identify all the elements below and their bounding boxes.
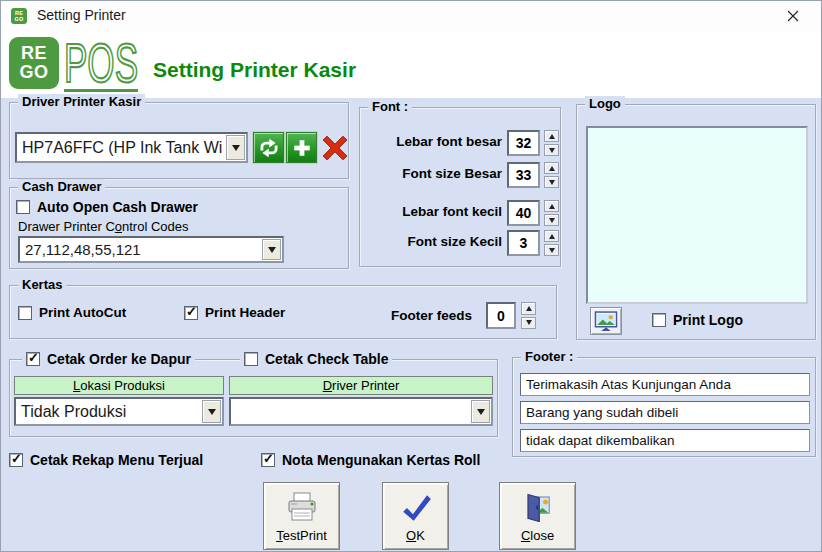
arrow-up-icon [526, 306, 532, 311]
arrow-down-icon [549, 180, 555, 185]
exit-door-icon [522, 492, 554, 522]
kertas-caption: Kertas [18, 277, 66, 292]
close-button-label: Close [521, 528, 554, 543]
footer-group: Footer : [512, 357, 816, 457]
checkbox-box [9, 453, 23, 467]
spin-up-button[interactable] [544, 130, 559, 142]
auto-open-cash-drawer-checkbox[interactable]: Auto Open Cash Drawer [16, 199, 198, 215]
footer-line-1-input[interactable] [520, 373, 810, 396]
arrow-down-icon [549, 148, 555, 153]
dropdown-arrow-button[interactable] [262, 239, 281, 260]
arrow-up-icon [549, 234, 555, 239]
checkbox-box [244, 352, 258, 366]
checkbox-box [652, 313, 666, 327]
title-bar: RE GO Setting Printer [1, 1, 821, 31]
drawer-control-codes-value: 27,112,48,55,121 [20, 238, 261, 261]
header-band: RE GO POS Setting Printer Kasir [1, 31, 821, 98]
lokasi-produksi-value: Tidak Produksi [16, 399, 201, 424]
font-group: Font : Lebar font besar 32 Font size Bes… [359, 107, 561, 267]
close-window-button[interactable] [771, 1, 815, 31]
font-caption: Font : [368, 99, 412, 114]
spin-up-button[interactable] [544, 200, 559, 212]
ok-button[interactable]: OK [382, 482, 449, 550]
lebar-font-besar-value[interactable]: 32 [507, 130, 540, 156]
testprint-button[interactable]: TestPrint [263, 482, 340, 550]
checkbox-box [184, 306, 198, 320]
footer-line-3-input[interactable] [520, 429, 810, 452]
lokasi-produksi-header: Lokasi Produksi [14, 376, 224, 395]
chevron-down-icon [477, 409, 485, 415]
dropdown-arrow-button[interactable] [471, 400, 490, 423]
footer-feeds-spinner[interactable] [521, 302, 536, 329]
font-size-kecil-spinner[interactable] [544, 230, 559, 256]
checkmark-icon [398, 492, 434, 524]
drawer-control-codes-combo[interactable]: 27,112,48,55,121 [18, 236, 284, 263]
print-logo-checkbox[interactable]: Print Logo [652, 312, 743, 328]
cetak-rekap-checkbox[interactable]: Cetak Rekap Menu Terjual [9, 452, 203, 468]
pos-logo-text: POS [61, 35, 141, 95]
drawer-control-codes-label: Drawer Printer Control Codes [18, 219, 189, 234]
app-icon: RE GO [11, 8, 27, 24]
cetak-check-table-checkbox[interactable]: Cetak Check Table [240, 351, 392, 367]
chevron-down-icon [208, 409, 216, 415]
driver-printer-header: Driver Printer [229, 376, 493, 395]
arrow-up-icon [549, 134, 555, 139]
font-size-kecil-label: Font size Kecil [362, 234, 502, 249]
svg-text:POS: POS [64, 35, 138, 94]
ok-button-label: OK [406, 528, 425, 543]
spin-down-button[interactable] [544, 244, 559, 256]
spin-down-button[interactable] [521, 317, 536, 330]
page-title: Setting Printer Kasir [153, 58, 356, 82]
footer-line-2-input[interactable] [520, 401, 810, 424]
lokasi-produksi-combo[interactable]: Tidak Produksi [14, 397, 224, 426]
delete-x-icon [319, 132, 351, 164]
lokasi-produksi-header-label: Lokasi Produksi [73, 378, 165, 393]
printer-driver-value: HP7A6FFC (HP Ink Tank Wi [17, 134, 225, 161]
arrow-down-icon [549, 218, 555, 223]
font-size-besar-spinner[interactable] [544, 162, 559, 188]
checkbox-box [26, 352, 40, 366]
lebar-font-besar-spinner[interactable] [544, 130, 559, 156]
spin-down-button[interactable] [544, 214, 559, 226]
print-autocut-checkbox[interactable]: Print AutoCut [18, 305, 126, 320]
font-size-besar-label: Font size Besar [362, 166, 502, 181]
nota-kertas-roll-checkbox[interactable]: Nota Mengunakan Kertas Roll [261, 452, 480, 468]
cetak-order-ke-dapur-checkbox[interactable]: Cetak Order ke Dapur [22, 351, 195, 367]
close-button[interactable]: Close [499, 482, 576, 550]
checkbox-box [18, 306, 32, 320]
driver-printer-group: Driver Printer Kasir HP7A6FFC (HP Ink Ta… [9, 102, 349, 179]
browse-logo-button[interactable] [590, 307, 622, 335]
footer-feeds-label: Footer feeds [290, 308, 472, 323]
spin-down-button[interactable] [544, 144, 559, 156]
arrow-down-icon [526, 320, 532, 325]
print-header-checkbox[interactable]: Print Header [184, 305, 285, 320]
printer-driver-combo[interactable]: HP7A6FFC (HP Ink Tank Wi [15, 132, 248, 163]
logo-re-text: RE [21, 44, 47, 63]
check-table-driver-combo[interactable] [229, 397, 493, 426]
dropdown-arrow-button[interactable] [226, 135, 245, 160]
arrow-down-icon [549, 248, 555, 253]
spin-up-button[interactable] [521, 302, 536, 315]
driver-printer-caption: Driver Printer Kasir [18, 94, 145, 109]
refresh-printers-button[interactable] [253, 132, 284, 163]
logo-caption: Logo [585, 96, 625, 111]
cash-drawer-caption: Cash Drawer [18, 179, 105, 194]
lebar-font-kecil-spinner[interactable] [544, 200, 559, 226]
lebar-font-kecil-value[interactable]: 40 [507, 200, 540, 226]
footer-feeds-value[interactable]: 0 [486, 302, 516, 329]
spin-up-button[interactable] [544, 162, 559, 174]
delete-printer-button[interactable] [318, 130, 352, 166]
logo-go-text: GO [19, 63, 48, 82]
spin-down-button[interactable] [544, 176, 559, 188]
setting-printer-dialog: RE GO Setting Printer RE GO POS Setting … [0, 0, 822, 552]
spin-up-button[interactable] [544, 230, 559, 242]
font-size-besar-value[interactable]: 33 [507, 162, 540, 188]
font-size-kecil-value[interactable]: 3 [507, 230, 540, 256]
app-icon-go: GO [14, 16, 23, 22]
add-printer-button[interactable] [286, 132, 317, 163]
close-icon [787, 10, 799, 22]
picture-icon [594, 311, 618, 332]
refresh-icon [258, 137, 280, 159]
dropdown-arrow-button[interactable] [202, 400, 221, 423]
logo-group: Logo Print Logo [576, 104, 816, 340]
